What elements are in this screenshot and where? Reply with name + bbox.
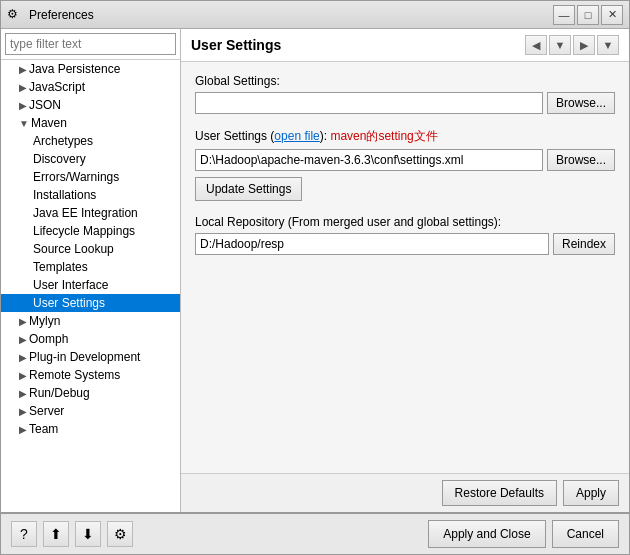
sidebar-item-maven[interactable]: ▼ Maven: [1, 114, 180, 132]
expand-icon: ▶: [19, 316, 27, 327]
sidebar-item-discovery[interactable]: Discovery: [1, 150, 180, 168]
user-settings-input[interactable]: [195, 149, 543, 171]
export-prefs-button[interactable]: ⬆: [43, 521, 69, 547]
restore-defaults-button[interactable]: Restore Defaults: [442, 480, 557, 506]
sidebar-item-label: User Interface: [33, 278, 108, 292]
sidebar-item-label: Discovery: [33, 152, 86, 166]
user-settings-browse-button[interactable]: Browse...: [547, 149, 615, 171]
open-file-link[interactable]: open file: [274, 129, 319, 143]
expand-icon: ▶: [19, 334, 27, 345]
title-bar: ⚙ Preferences — □ ✕: [1, 1, 629, 29]
sidebar-item-label: Plug-in Development: [29, 350, 140, 364]
sidebar-item-label: Archetypes: [33, 134, 93, 148]
import-prefs-button[interactable]: ⬇: [75, 521, 101, 547]
user-settings-label: User Settings (open file): maven的setting…: [195, 128, 615, 145]
sidebar-item-label: Installations: [33, 188, 96, 202]
expand-icon: ▶: [19, 388, 27, 399]
sidebar-item-user-settings[interactable]: User Settings: [1, 294, 180, 312]
expand-icon: ▶: [19, 64, 27, 75]
right-header: User Settings ◀ ▼ ▶ ▼: [181, 29, 629, 62]
right-body: Global Settings: Browse... User Settings…: [181, 62, 629, 473]
sidebar-item-label: JavaScript: [29, 80, 85, 94]
user-settings-section: User Settings (open file): maven的setting…: [195, 128, 615, 201]
nav-forward-button[interactable]: ▶: [573, 35, 595, 55]
sidebar-item-installations[interactable]: Installations: [1, 186, 180, 204]
sidebar-item-oomph[interactable]: ▶ Oomph: [1, 330, 180, 348]
panel-title: User Settings: [191, 37, 281, 53]
cancel-button[interactable]: Cancel: [552, 520, 619, 548]
sidebar-item-label: JSON: [29, 98, 61, 112]
sidebar-item-label: User Settings: [33, 296, 105, 310]
right-panel: User Settings ◀ ▼ ▶ ▼ Global Settings:: [181, 29, 629, 512]
search-input[interactable]: [5, 33, 176, 55]
sidebar-item-templates[interactable]: Templates: [1, 258, 180, 276]
preferences-window: ⚙ Preferences — □ ✕ ▶ Java Persistence ▶: [0, 0, 630, 555]
sidebar-item-label: Maven: [31, 116, 67, 130]
window-title: Preferences: [29, 8, 553, 22]
sidebar-item-label: Mylyn: [29, 314, 60, 328]
sidebar-item-java-ee-integration[interactable]: Java EE Integration: [1, 204, 180, 222]
global-settings-input[interactable]: [195, 92, 543, 114]
window-icon: ⚙: [7, 7, 23, 23]
minimize-button[interactable]: —: [553, 5, 575, 25]
main-content: ▶ Java Persistence ▶ JavaScript ▶ JSON ▼…: [1, 29, 629, 512]
sidebar-item-errors-warnings[interactable]: Errors/Warnings: [1, 168, 180, 186]
update-settings-button[interactable]: Update Settings: [195, 177, 302, 201]
maximize-button[interactable]: □: [577, 5, 599, 25]
expand-icon: ▶: [19, 406, 27, 417]
user-settings-row: Browse...: [195, 149, 615, 171]
help-button[interactable]: ?: [11, 521, 37, 547]
sidebar-item-javascript[interactable]: ▶ JavaScript: [1, 78, 180, 96]
local-repo-label: Local Repository (From merged user and g…: [195, 215, 615, 229]
sidebar-item-mylyn[interactable]: ▶ Mylyn: [1, 312, 180, 330]
sidebar-item-label: Errors/Warnings: [33, 170, 119, 184]
expand-icon: ▶: [19, 424, 27, 435]
expand-icon: ▼: [19, 118, 29, 129]
nav-buttons: ◀ ▼ ▶ ▼: [525, 35, 619, 55]
expand-icon: ▶: [19, 370, 27, 381]
sidebar-item-label: Team: [29, 422, 58, 436]
sidebar-item-label: Java Persistence: [29, 62, 120, 76]
sidebar-item-archetypes[interactable]: Archetypes: [1, 132, 180, 150]
expand-icon: ▶: [19, 352, 27, 363]
sidebar-item-label: Source Lookup: [33, 242, 114, 256]
tree-area: ▶ Java Persistence ▶ JavaScript ▶ JSON ▼…: [1, 60, 180, 512]
apply-and-close-button[interactable]: Apply and Close: [428, 520, 545, 548]
search-box: [1, 29, 180, 60]
nav-back-button[interactable]: ◀: [525, 35, 547, 55]
local-repo-input[interactable]: [195, 233, 549, 255]
sidebar-item-team[interactable]: ▶ Team: [1, 420, 180, 438]
sidebar-item-json[interactable]: ▶ JSON: [1, 96, 180, 114]
annotation-maven-setting: maven的setting文件: [330, 129, 437, 143]
global-settings-browse-button[interactable]: Browse...: [547, 92, 615, 114]
sidebar-item-user-interface[interactable]: User Interface: [1, 276, 180, 294]
sidebar-item-java-persistence[interactable]: ▶ Java Persistence: [1, 60, 180, 78]
footer-bar: ? ⬆ ⬇ ⚙ Apply and Close Cancel: [1, 512, 629, 554]
sidebar-item-lifecycle-mappings[interactable]: Lifecycle Mappings: [1, 222, 180, 240]
sidebar-item-label: Java EE Integration: [33, 206, 138, 220]
sidebar-item-label: Remote Systems: [29, 368, 120, 382]
sidebar-item-label: Run/Debug: [29, 386, 90, 400]
local-repo-section: Local Repository (From merged user and g…: [195, 215, 615, 255]
reindex-button[interactable]: Reindex: [553, 233, 615, 255]
sidebar-item-remote-systems[interactable]: ▶ Remote Systems: [1, 366, 180, 384]
nav-dropdown2-button[interactable]: ▼: [597, 35, 619, 55]
sidebar-item-server[interactable]: ▶ Server: [1, 402, 180, 420]
sidebar-item-source-lookup[interactable]: Source Lookup: [1, 240, 180, 258]
footer-actions: Apply and Close Cancel: [428, 520, 619, 548]
window-controls: — □ ✕: [553, 5, 623, 25]
global-settings-section: Global Settings: Browse...: [195, 74, 615, 114]
global-settings-label: Global Settings:: [195, 74, 615, 88]
bottom-bar: Restore Defaults Apply: [181, 473, 629, 512]
nav-dropdown-button[interactable]: ▼: [549, 35, 571, 55]
sidebar-item-label: Lifecycle Mappings: [33, 224, 135, 238]
sidebar-item-label: Oomph: [29, 332, 68, 346]
apply-button[interactable]: Apply: [563, 480, 619, 506]
close-button[interactable]: ✕: [601, 5, 623, 25]
sidebar-item-plugin-development[interactable]: ▶ Plug-in Development: [1, 348, 180, 366]
left-panel: ▶ Java Persistence ▶ JavaScript ▶ JSON ▼…: [1, 29, 181, 512]
sidebar-item-run-debug[interactable]: ▶ Run/Debug: [1, 384, 180, 402]
footer-icons: ? ⬆ ⬇ ⚙: [11, 521, 133, 547]
sidebar-item-label: Server: [29, 404, 64, 418]
settings-button[interactable]: ⚙: [107, 521, 133, 547]
